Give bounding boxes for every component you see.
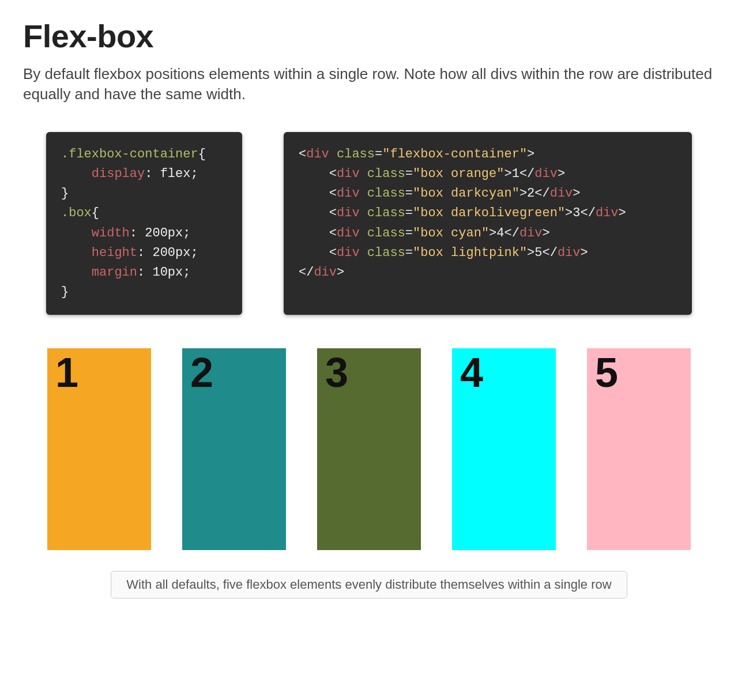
page-title: Flex-box — [23, 17, 715, 55]
css-code-block: .flexbox-container{ display: flex; } .bo… — [46, 132, 242, 315]
css-prop: width — [92, 226, 130, 240]
css-val: 200px — [145, 226, 183, 240]
html-code-block: <div class="flexbox-container"> <div cla… — [284, 132, 692, 315]
css-prop: height — [92, 246, 137, 260]
demo-box-2: 2 — [182, 348, 286, 550]
demo-box-4: 4 — [452, 348, 556, 550]
code-row: .flexbox-container{ display: flex; } .bo… — [46, 132, 692, 315]
css-val: 10px — [152, 265, 183, 280]
css-selector: .flexbox-container — [61, 147, 198, 161]
demo-box-5: 5 — [587, 348, 691, 550]
demo-box-1: 1 — [47, 348, 151, 550]
figure-caption: With all defaults, five flexbox elements… — [111, 571, 627, 599]
css-val: 200px — [152, 246, 190, 260]
css-prop: display — [92, 167, 145, 181]
css-selector: .box — [61, 206, 92, 220]
demo-box-3: 3 — [317, 348, 421, 550]
css-val: flex — [160, 167, 191, 181]
flex-demo: 1 2 3 4 5 — [37, 343, 701, 556]
css-prop: margin — [92, 265, 137, 280]
intro-paragraph: By default flexbox positions elements wi… — [23, 64, 715, 104]
flexbox-container: 1 2 3 4 5 — [37, 343, 701, 556]
